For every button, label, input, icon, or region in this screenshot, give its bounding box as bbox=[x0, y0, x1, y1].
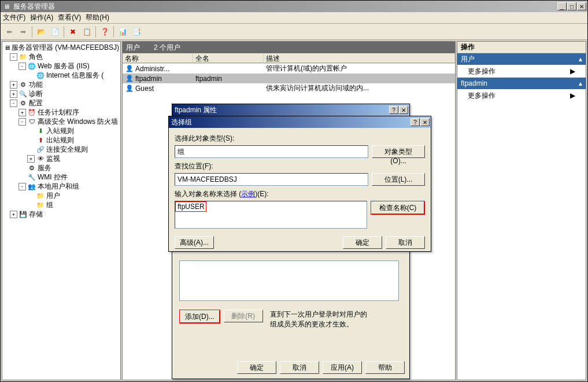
tree-web-iis[interactable]: -🌐Web 服务器 (IIS) bbox=[3, 61, 119, 71]
example-link[interactable]: 示例 bbox=[241, 190, 255, 198]
window-title: 服务器管理器 bbox=[12, 2, 557, 12]
menubar: 文件(F) 操作(A) 查看(V) 帮助(H) bbox=[1, 12, 587, 24]
up-button[interactable]: 📂 bbox=[35, 25, 47, 38]
delete-button[interactable]: ✖ bbox=[66, 25, 79, 38]
minimize-button[interactable]: _ bbox=[557, 2, 567, 10]
prop-ok-button[interactable]: 确定 bbox=[237, 361, 276, 374]
menu-help[interactable]: 帮助(H) bbox=[86, 13, 109, 23]
tree-pane: 🖥服务器管理器 (VM-MACFEEDBSJ) -📁角色 -🌐Web 服务器 (… bbox=[2, 41, 121, 380]
tree-config[interactable]: -⚙配置 bbox=[3, 98, 119, 108]
help-button[interactable]: ❓ bbox=[98, 25, 111, 38]
users-panel-title: 用户 bbox=[126, 43, 140, 53]
tree-inbound[interactable]: ⬇入站规则 bbox=[3, 126, 119, 135]
group-note: 直到下一次用户登录时对用户的组成员关系的更改才生效。 bbox=[270, 310, 371, 329]
tree-root[interactable]: 🖥服务器管理器 (VM-MACFEEDBSJ) bbox=[3, 43, 119, 52]
actions-more-users[interactable]: 更多操作▶ bbox=[457, 65, 586, 78]
tree-monitor[interactable]: +👁监视 bbox=[3, 154, 119, 163]
maximize-button[interactable]: □ bbox=[567, 2, 576, 10]
tree-iis-info[interactable]: 🌐Internet 信息服务 ( bbox=[3, 71, 119, 80]
prop-apply-button[interactable]: 应用(A) bbox=[323, 361, 362, 374]
col-fullname[interactable]: 全名 bbox=[193, 53, 264, 63]
tree-local-users[interactable]: -👥本地用户和组 bbox=[3, 182, 119, 191]
select-group-dialog: 选择组 ? ✕ 选择此对象类型(S): 对象类型(O)... 查找位置(F): … bbox=[168, 116, 431, 252]
obj-type-button[interactable]: 对象类型(O)... bbox=[372, 145, 425, 158]
actions-title: 操作 bbox=[457, 42, 586, 53]
tree-groups[interactable]: 📁组 bbox=[3, 200, 119, 210]
refresh-button[interactable]: 📋 bbox=[80, 25, 93, 38]
app-icon: 🖥 bbox=[2, 2, 11, 11]
toolbar: ⬅ ➡ 📂 📄 ✖ 📋 ❓ 📊 📑 bbox=[1, 24, 587, 40]
location-field bbox=[175, 173, 368, 186]
advanced-button[interactable]: 高级(A)... bbox=[175, 236, 214, 249]
location-label: 查找位置(F): bbox=[175, 161, 425, 171]
tree-wmi[interactable]: 🔧WMI 控件 bbox=[3, 172, 119, 182]
tree-features[interactable]: +⚙功能 bbox=[3, 80, 119, 89]
actions-section-users[interactable]: 用户▴ bbox=[457, 53, 586, 65]
tree-firewall[interactable]: -🛡高级安全 Windows 防火墙 bbox=[3, 117, 119, 126]
tree-diagnostics[interactable]: +🔍诊断 bbox=[3, 89, 119, 98]
prop-close-icon[interactable]: ✕ bbox=[399, 106, 408, 114]
obj-type-field bbox=[175, 145, 368, 158]
add-button[interactable]: 添加(D)... bbox=[180, 310, 220, 323]
actions-pane: 操作 用户▴ 更多操作▶ ftpadmin▴ 更多操作▶ bbox=[457, 41, 586, 380]
menu-view[interactable]: 查看(V) bbox=[58, 13, 81, 23]
names-textarea[interactable] bbox=[175, 201, 367, 229]
menu-action[interactable]: 操作(A) bbox=[30, 13, 53, 23]
select-close-icon[interactable]: ✕ bbox=[420, 118, 430, 126]
col-name[interactable]: 名称 bbox=[123, 53, 193, 63]
user-row-administrator[interactable]: 👤Administr... 管理计算机(域)的内置帐户 bbox=[123, 64, 455, 74]
tree-storage[interactable]: +💾存储 bbox=[3, 210, 119, 219]
prop-title: ftpadmin 属性 bbox=[173, 105, 389, 115]
actions-more-ftpadmin[interactable]: 更多操作▶ bbox=[457, 89, 586, 102]
select-cancel-button[interactable]: 取消 bbox=[386, 236, 425, 249]
prop-help-icon[interactable]: ? bbox=[389, 106, 398, 114]
location-button[interactable]: 位置(L)... bbox=[372, 173, 425, 186]
user-row-ftpadmin[interactable]: 👤ftpadmin ftpadmin bbox=[123, 74, 455, 83]
extra2-button[interactable]: 📑 bbox=[130, 25, 143, 38]
user-row-guest[interactable]: 👤Guest 供来宾访问计算机或访问域的内... bbox=[123, 83, 455, 93]
prop-help-button[interactable]: 帮助 bbox=[365, 361, 405, 374]
select-ok-button[interactable]: 确定 bbox=[343, 236, 382, 249]
users-count: 2 个用户 bbox=[154, 43, 180, 53]
list-header: 名称 全名 描述 bbox=[123, 53, 455, 64]
tree-task-sched[interactable]: +⏰任务计划程序 bbox=[3, 108, 119, 117]
properties-button[interactable]: 📄 bbox=[49, 25, 61, 38]
tree-roles[interactable]: -📁角色 bbox=[3, 52, 119, 61]
menu-file[interactable]: 文件(F) bbox=[3, 13, 25, 23]
col-desc[interactable]: 描述 bbox=[264, 53, 455, 63]
close-button[interactable]: ✕ bbox=[577, 2, 586, 10]
back-button: ⬅ bbox=[3, 25, 16, 38]
tree-conn-sec[interactable]: 🔗连接安全规则 bbox=[3, 145, 119, 154]
actions-section-ftpadmin[interactable]: ftpadmin▴ bbox=[457, 78, 586, 89]
tree-users[interactable]: 📁用户 bbox=[3, 191, 119, 200]
extra1-button[interactable]: 📊 bbox=[116, 25, 129, 38]
names-label: 输入对象名称来选择 (示例)(E): bbox=[175, 189, 425, 199]
select-title: 选择组 bbox=[170, 117, 411, 127]
prop-cancel-button[interactable]: 取消 bbox=[280, 361, 319, 374]
obj-type-label: 选择此对象类型(S): bbox=[175, 134, 425, 144]
check-names-button[interactable]: 检查名称(C) bbox=[371, 201, 424, 214]
tree-outbound[interactable]: ⬆出站规则 bbox=[3, 135, 119, 145]
remove-button: 删除(R) bbox=[224, 310, 263, 322]
select-help-icon[interactable]: ? bbox=[411, 118, 420, 126]
tree-services[interactable]: ⚙服务 bbox=[3, 163, 119, 172]
forward-button: ➡ bbox=[17, 25, 29, 38]
